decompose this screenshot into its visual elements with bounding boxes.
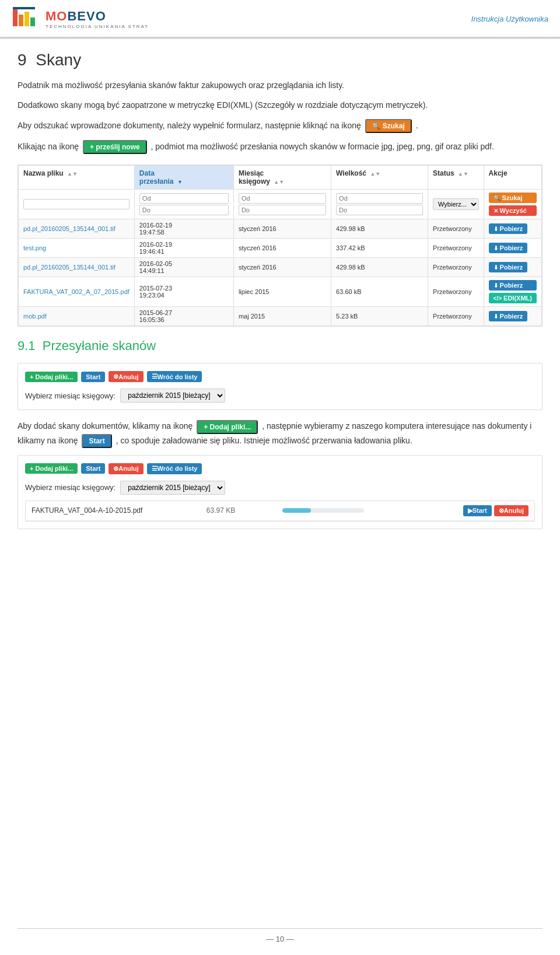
paragraph-2: Dodatkowo skany mogą być zaopatrzone w m… <box>18 99 542 111</box>
cell-date: 2016-02-0514:49:11 <box>134 258 233 277</box>
cell-filename: FAKTURA_VAT_002_A_07_2015.pdf <box>19 277 135 307</box>
cell-size: 337.42 kB <box>331 239 428 258</box>
add-files-button-2[interactable]: + Dodaj pliki... <box>25 463 78 474</box>
start-button-2[interactable]: Start <box>81 463 105 474</box>
download-button[interactable]: ⬇ Pobierz <box>489 223 528 234</box>
filter-size-from[interactable] <box>336 193 423 204</box>
filter-size-to[interactable] <box>336 205 423 215</box>
download-icon: ⬇ <box>494 282 498 289</box>
start-btn-inline[interactable]: Start <box>82 434 111 448</box>
paragraph-upload: Aby dodać skany dokumentów, klikamy na i… <box>18 419 542 448</box>
download-button[interactable]: ⬇ Pobierz <box>489 311 528 321</box>
sort-date-icon: ▼ <box>177 179 183 185</box>
cell-month: styczeń 2016 <box>233 239 331 258</box>
sort-size-icon: ▲▼ <box>370 171 380 177</box>
month-select-2[interactable]: październik 2015 [bieżący] <box>120 481 225 495</box>
new-button-inline[interactable]: + prześlij nowe <box>83 140 147 154</box>
cell-size: 429.98 kB <box>331 219 428 239</box>
filter-filename-input[interactable] <box>23 199 130 209</box>
table-row: pd.pl_20160205_135144_001.tif 2016-02-19… <box>19 219 542 239</box>
filter-date <box>134 190 233 219</box>
filter-month-to[interactable] <box>239 205 326 215</box>
cancel-button-1[interactable]: ⊗ Anuluj <box>108 371 143 382</box>
start-button-1[interactable]: Start <box>81 372 105 382</box>
cancel-button-2[interactable]: ⊗ Anuluj <box>108 463 143 474</box>
paragraph-1: Podatnik ma możliwość przesyłania skanów… <box>18 79 542 92</box>
upload-file-list: FAKTURA_VAT_004-A-10-2015.pdf 63.97 KB ▶… <box>25 501 535 522</box>
main-content: 9 Skany Podatnik ma możliwość przesyłani… <box>0 39 560 562</box>
download-button[interactable]: ⬇ Pobierz <box>489 262 528 272</box>
edi-xml-button[interactable]: </> EDI(XML) <box>489 293 537 303</box>
upload-filename: FAKTURA_VAT_004-A-10-2015.pdf <box>32 506 206 515</box>
add-files-btn-inline[interactable]: + Dodaj pliki... <box>197 420 258 434</box>
month-select-1[interactable]: październik 2015 [bieżący] <box>120 389 225 403</box>
search-icon-btn: 🔍 <box>494 195 501 201</box>
logo-text: MOBEVO TECHNOLOGIA UNIKANIA STRAT <box>46 9 149 29</box>
paragraph-4: Klikając na ikonę + prześlij nowe , podm… <box>18 140 542 154</box>
progress-bar-outer <box>282 508 364 513</box>
file-cancel-button[interactable]: ⊗ Anuluj <box>494 505 528 516</box>
add-files-button-1[interactable]: + Dodaj pliki... <box>25 372 78 382</box>
upload-toolbar-2: + Dodaj pliki... Start ⊗ Anuluj ☰ Wróć d… <box>25 463 535 475</box>
cell-date: 2015-07-2319:23:04 <box>134 277 233 307</box>
download-button[interactable]: ⬇ Pobierz <box>489 243 528 253</box>
page-number: 10 <box>276 935 284 943</box>
filter-month <box>233 190 331 219</box>
filter-month-from[interactable] <box>239 193 326 204</box>
table-row: FAKTURA_VAT_002_A_07_2015.pdf 2015-07-23… <box>19 277 542 307</box>
search-button[interactable]: 🔍 Szukaj <box>489 193 537 203</box>
cell-actions: ⬇ Pobierz <box>484 239 541 258</box>
filter-date-to[interactable] <box>139 205 229 215</box>
svg-rect-2 <box>24 12 29 26</box>
filter-status[interactable]: Wybierz... Przetworzony <box>428 190 484 219</box>
back-to-list-button-2[interactable]: ☰ Wróć do listy <box>147 463 202 474</box>
col-status[interactable]: Status ▲▼ <box>428 166 484 190</box>
logo: MOBEVO TECHNOLOGIA UNIKANIA STRAT <box>12 6 149 32</box>
download-button[interactable]: ⬇ Pobierz <box>489 280 537 291</box>
files-table-section: Nazwa pliku ▲▼ Dataprzesłania ▼ Miesiąck… <box>18 165 542 327</box>
month-label-2: Wybierz miesiąc księgowy: <box>25 483 116 492</box>
table-row: test.png 2016-02-1919:46:41 styczeń 2016… <box>19 239 542 258</box>
month-label-1: Wybierz miesiąc księgowy: <box>25 391 116 400</box>
file-start-button[interactable]: ▶ Start <box>463 505 492 516</box>
upload-file-row: FAKTURA_VAT_004-A-10-2015.pdf 63.97 KB ▶… <box>26 501 534 521</box>
col-size[interactable]: Wielkość ▲▼ <box>331 166 428 190</box>
filter-filename[interactable] <box>19 190 135 219</box>
page-footer: — 10 — <box>18 928 542 943</box>
logo-subtitle: TECHNOLOGIA UNIKANIA STRAT <box>46 24 149 29</box>
filter-status-select[interactable]: Wybierz... Przetworzony <box>433 198 479 210</box>
col-date[interactable]: Dataprzesłania ▼ <box>134 166 233 190</box>
file-link[interactable]: test.png <box>23 244 46 251</box>
cell-size: 63.60 kB <box>331 277 428 307</box>
search-button-inline[interactable]: 🔍 Szukaj <box>365 119 412 133</box>
download-icon: ⬇ <box>494 264 498 271</box>
search-icon: 🔍 <box>372 123 380 130</box>
upload-file-actions: ▶ Start ⊗ Anuluj <box>463 505 528 517</box>
svg-rect-1 <box>19 15 23 26</box>
file-link[interactable]: mob.pdf <box>23 313 47 320</box>
month-selector-2: Wybierz miesiąc księgowy: październik 20… <box>25 481 535 495</box>
cell-month: styczeń 2016 <box>233 258 331 277</box>
col-actions: Akcje <box>484 166 541 190</box>
cell-status: Przetworzony <box>428 219 484 239</box>
filter-date-from[interactable] <box>139 193 229 204</box>
filter-size <box>331 190 428 219</box>
col-month[interactable]: Miesiącksięgowy ▲▼ <box>233 166 331 190</box>
file-link[interactable]: pd.pl_20160205_135144_001.tif <box>23 225 116 232</box>
upload-progress <box>282 508 457 513</box>
file-link[interactable]: pd.pl_20160205_135144_001.tif <box>23 264 116 271</box>
col-filename[interactable]: Nazwa pliku ▲▼ <box>19 166 135 190</box>
document-title: Instrukcja Użytkownika <box>471 15 548 23</box>
table-row: mob.pdf 2015-06-2716:05:36 maj 2015 5.23… <box>19 307 542 326</box>
back-to-list-button-1[interactable]: ☰ Wróć do listy <box>147 371 202 382</box>
page-header: MOBEVO TECHNOLOGIA UNIKANIA STRAT Instru… <box>0 0 560 38</box>
clear-button[interactable]: ✕ Wyczyść <box>489 205 537 216</box>
cell-month: styczeń 2016 <box>233 219 331 239</box>
file-link[interactable]: FAKTURA_VAT_002_A_07_2015.pdf <box>23 288 130 295</box>
x-icon: ✕ <box>494 208 498 214</box>
files-table: Nazwa pliku ▲▼ Dataprzesłania ▼ Miesiąck… <box>18 165 542 326</box>
cell-filename: pd.pl_20160205_135144_001.tif <box>19 258 135 277</box>
footer-separator-left: — <box>266 935 274 943</box>
chapter-title: 9 Skany <box>18 51 542 69</box>
download-icon: ⬇ <box>494 226 498 232</box>
